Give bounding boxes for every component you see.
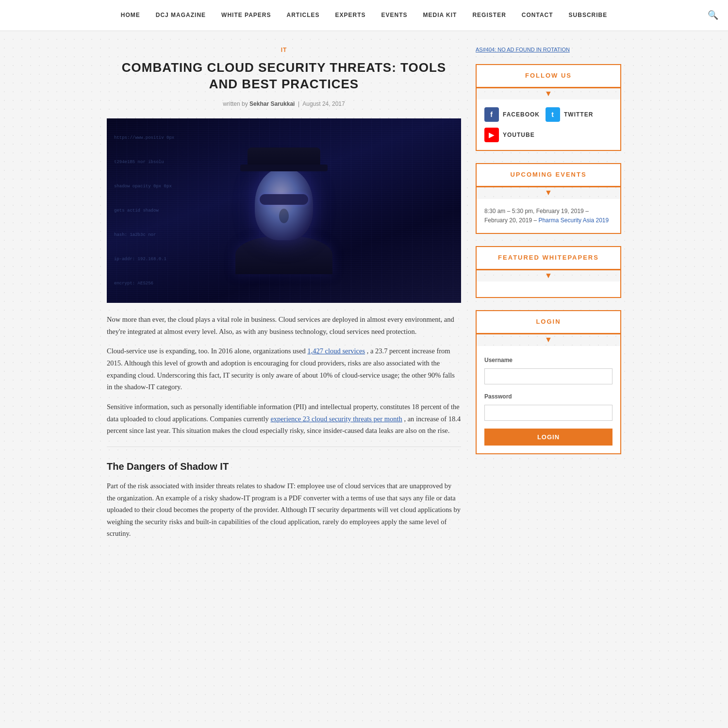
nav-item-contact[interactable]: CONTACT bbox=[514, 0, 561, 31]
article-meta: written by Sekhar Sarukkai | August 24, … bbox=[107, 99, 461, 109]
login-body: Username Password LOGIN bbox=[477, 346, 620, 453]
twitter-label: TWITTER bbox=[564, 110, 593, 119]
article-hero-image: https://www.positiv 0px t294e1B5 nor ibs… bbox=[107, 118, 461, 303]
body-paragraph-1: Now more than ever, the cloud plays a vi… bbox=[107, 314, 461, 337]
nav-item-register[interactable]: REGISTER bbox=[464, 0, 513, 31]
page-wrapper: IT COMBATING CLOUD SECURITY THREATS: TOO… bbox=[97, 31, 631, 562]
social-links: f FACEBOOK t TWITTER ▶ YOUTUBE bbox=[484, 107, 612, 142]
login-form: Username Password LOGIN bbox=[484, 354, 612, 446]
meta-separator: | bbox=[297, 100, 302, 107]
event-item: 8:30 am – 5:30 pm, February 19, 2019 – F… bbox=[484, 207, 612, 225]
nav-list: HOME DCJ MAGAZINE WHITE PAPERS ARTICLES … bbox=[113, 0, 615, 31]
youtube-icon: ▶ bbox=[484, 128, 499, 142]
youtube-link[interactable]: ▶ YOUTUBE bbox=[484, 128, 535, 142]
upcoming-events-header: UPCOMING EVENTS bbox=[477, 164, 620, 187]
article-date: August 24, 2017 bbox=[302, 100, 345, 107]
youtube-label: YOUTUBE bbox=[503, 131, 535, 140]
featured-whitepapers-body bbox=[477, 281, 620, 297]
nav-item-experts[interactable]: EXPERTS bbox=[328, 0, 374, 31]
follow-us-header: FOLLOW US bbox=[477, 65, 620, 88]
username-input[interactable] bbox=[484, 368, 612, 384]
twitter-icon: t bbox=[546, 107, 560, 122]
written-by-label: written by bbox=[223, 100, 248, 107]
username-label: Username bbox=[484, 357, 513, 364]
article-body: Now more than ever, the cloud plays a vi… bbox=[107, 314, 461, 540]
hacker-figure bbox=[235, 148, 332, 274]
nav-item-events[interactable]: EVENTS bbox=[374, 0, 415, 31]
password-input[interactable] bbox=[484, 405, 612, 421]
featured-whitepapers-header: FEATURED WHITEPAPERS bbox=[477, 247, 620, 270]
login-title: LOGIN bbox=[484, 317, 612, 327]
article-category: IT bbox=[107, 46, 461, 55]
upcoming-events-arrow: ▼ bbox=[477, 186, 620, 199]
nav-item-articles[interactable]: ARTICLES bbox=[279, 0, 328, 31]
body-paragraph-3: Sensitive information, such as personall… bbox=[107, 401, 461, 437]
facebook-icon: f bbox=[484, 107, 499, 122]
nav-item-home[interactable]: HOME bbox=[113, 0, 148, 31]
nav-item-subscribe[interactable]: SUBSCRIBE bbox=[561, 0, 615, 31]
facebook-link[interactable]: f FACEBOOK bbox=[484, 107, 540, 122]
password-label: Password bbox=[484, 393, 512, 400]
body-paragraph-2: Cloud-service use is expanding, too. In … bbox=[107, 345, 461, 393]
security-threats-link[interactable]: experience 23 cloud security threats per… bbox=[270, 415, 402, 423]
featured-whitepapers-arrow: ▼ bbox=[477, 269, 620, 282]
article-subheading: The Dangers of Shadow IT bbox=[107, 459, 461, 474]
article-title: COMBATING CLOUD SECURITY THREATS: TOOLS … bbox=[107, 60, 461, 93]
search-icon[interactable]: 🔍 bbox=[708, 8, 718, 22]
follow-us-arrow: ▼ bbox=[477, 87, 620, 100]
sidebar-ad-notice: AS#404: NO AD FOUND IN ROTATION bbox=[476, 46, 621, 54]
login-header: LOGIN bbox=[477, 311, 620, 334]
sidebar: AS#404: NO AD FOUND IN ROTATION FOLLOW U… bbox=[476, 46, 621, 547]
body-paragraph-4: Part of the risk associated with insider… bbox=[107, 480, 461, 540]
nav-item-whitepapers[interactable]: WHITE PAPERS bbox=[214, 0, 279, 31]
cloud-services-link[interactable]: 1,427 cloud services bbox=[307, 347, 365, 355]
nav-item-mediakit[interactable]: MEDIA KIT bbox=[415, 0, 465, 31]
event-link[interactable]: Pharma Security Asia 2019 bbox=[538, 217, 609, 224]
main-content: IT COMBATING CLOUD SECURITY THREATS: TOO… bbox=[107, 46, 461, 547]
facebook-label: FACEBOOK bbox=[503, 110, 540, 119]
upcoming-events-title: UPCOMING EVENTS bbox=[484, 170, 612, 180]
featured-whitepapers-title: FEATURED WHITEPAPERS bbox=[484, 253, 612, 263]
follow-us-section: FOLLOW US ▼ f FACEBOOK t TWITTER ▶ YOUTU… bbox=[476, 64, 621, 151]
login-section: LOGIN ▼ Username Password LOGIN bbox=[476, 310, 621, 454]
nav-item-dcj[interactable]: DCJ MAGAZINE bbox=[148, 0, 214, 31]
upcoming-events-section: UPCOMING EVENTS ▼ 8:30 am – 5:30 pm, Feb… bbox=[476, 163, 621, 234]
login-button[interactable]: LOGIN bbox=[484, 429, 612, 446]
upcoming-events-body: 8:30 am – 5:30 pm, February 19, 2019 – F… bbox=[477, 199, 620, 233]
featured-whitepapers-section: FEATURED WHITEPAPERS ▼ bbox=[476, 246, 621, 298]
main-nav: HOME DCJ MAGAZINE WHITE PAPERS ARTICLES … bbox=[0, 0, 728, 31]
login-arrow: ▼ bbox=[477, 333, 620, 346]
follow-us-body: f FACEBOOK t TWITTER ▶ YOUTUBE bbox=[477, 99, 620, 150]
author-name: Sekhar Sarukkai bbox=[249, 100, 295, 107]
follow-us-title: FOLLOW US bbox=[484, 71, 612, 81]
twitter-link[interactable]: t TWITTER bbox=[546, 107, 593, 122]
article-divider bbox=[107, 447, 461, 447]
